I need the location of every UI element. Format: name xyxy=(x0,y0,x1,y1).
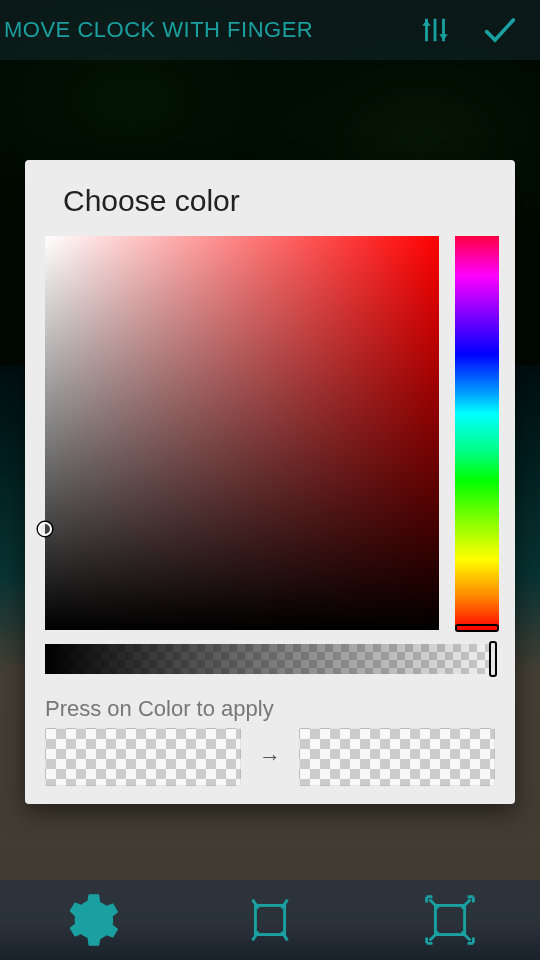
hue-slider[interactable] xyxy=(455,236,499,630)
saturation-value-field[interactable] xyxy=(45,236,439,630)
confirm-check-icon[interactable] xyxy=(464,2,536,58)
new-color-swatch[interactable] xyxy=(299,728,495,786)
color-preview-row: → xyxy=(45,728,495,786)
fullscreen-button[interactable] xyxy=(390,885,510,955)
sliders-icon[interactable] xyxy=(406,5,464,55)
apply-instruction: Press on Color to apply xyxy=(45,696,495,722)
crop-button[interactable] xyxy=(210,885,330,955)
hue-cursor[interactable] xyxy=(455,624,499,632)
svg-rect-1 xyxy=(435,905,464,934)
alpha-slider[interactable] xyxy=(45,644,495,674)
color-picker-dialog: Choose color Press on Color to apply → xyxy=(25,160,515,804)
alpha-cursor[interactable] xyxy=(489,641,497,677)
dialog-title: Choose color xyxy=(63,184,495,218)
toolbar-title: MOVE CLOCK WITH FINGER xyxy=(4,17,406,43)
current-color-swatch[interactable] xyxy=(45,728,241,786)
bottom-toolbar xyxy=(0,880,540,960)
arrow-icon: → xyxy=(259,744,281,770)
svg-rect-0 xyxy=(255,905,284,934)
settings-button[interactable] xyxy=(30,885,150,955)
sv-cursor[interactable] xyxy=(38,522,52,536)
top-toolbar: MOVE CLOCK WITH FINGER xyxy=(0,0,540,60)
